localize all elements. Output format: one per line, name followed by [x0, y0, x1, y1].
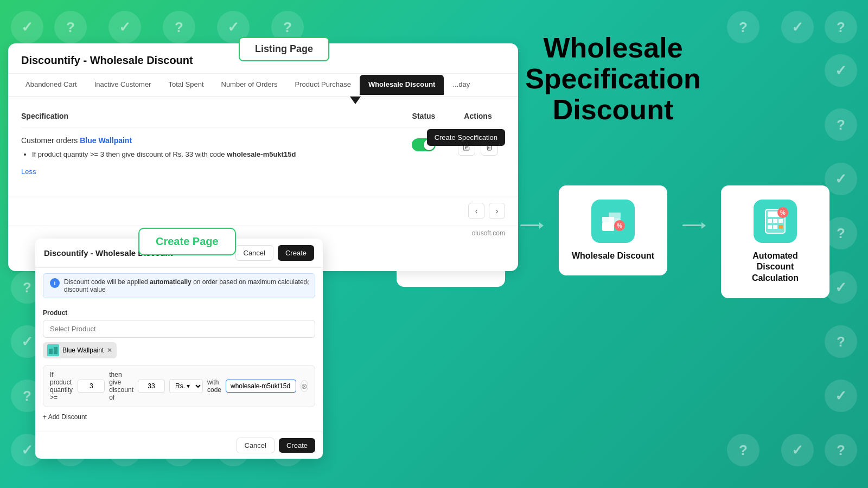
tag-remove-button[interactable]: ✕	[107, 346, 112, 354]
product-select-input[interactable]	[43, 320, 315, 338]
product-tag: Blue Wallpaint ✕	[43, 342, 117, 358]
dialog-header-cancel-button[interactable]: Cancel	[235, 245, 273, 261]
connector-arrow-2	[701, 222, 706, 229]
header-actions: Actions	[451, 112, 505, 120]
spec-list: If product quantity >= 3 then give disco…	[21, 149, 397, 160]
main-card: Discountify - Wholesale Discount Abandon…	[8, 43, 518, 271]
bg-icon-2: ?	[54, 11, 87, 43]
info-icon: i	[50, 278, 60, 288]
bg-icon-4: ?	[163, 11, 195, 43]
svg-rect-18	[768, 219, 772, 223]
svg-marker-0	[350, 97, 361, 104]
title-line1: Wholesale	[543, 32, 682, 63]
spec-list-item: If product quantity >= 3 then give disco…	[32, 149, 397, 160]
code-label: with code	[207, 378, 221, 394]
add-discount-link[interactable]: + Add Discount	[43, 413, 87, 421]
bg-icon-3: ✓	[108, 11, 141, 43]
svg-rect-2	[49, 349, 53, 354]
product-tag-label: Blue Wallpaint	[62, 346, 104, 354]
svg-rect-13	[609, 213, 621, 218]
main-title: Wholesale Specification Discount	[525, 16, 701, 126]
remove-row-button[interactable]: ⊗	[301, 380, 308, 392]
feature-auto: % Automated Discount Calculation	[721, 185, 829, 298]
feature-card-auto: % Automated Discount Calculation	[721, 185, 829, 298]
pagination-row: ‹ ›	[8, 196, 518, 226]
info-banner: i Discount code will be applied automati…	[43, 273, 315, 298]
table-headers: Specification Status Actions	[21, 107, 505, 127]
connector-arrow-1	[539, 222, 544, 229]
svg-text:%: %	[617, 222, 622, 229]
dialog-body: Product Blue Wallpaint ✕ If product quan…	[35, 304, 323, 432]
title-line2: Specification	[525, 63, 701, 94]
less-link[interactable]: Less	[21, 168, 36, 176]
tabs-row: Abandoned Cart Inactive Customer Total S…	[8, 74, 518, 97]
create-page-label: Create Page	[156, 235, 219, 247]
prev-page-button[interactable]: ‹	[468, 203, 484, 219]
connector-2	[682, 153, 706, 298]
create-specification-button[interactable]: Create Specification	[427, 129, 505, 146]
feature-wholesale: % Wholesale Discount	[559, 185, 667, 298]
wholesale-icon-box: %	[591, 200, 635, 243]
listing-page-label: Listing Page	[255, 43, 313, 54]
footer-create-button[interactable]: Create	[279, 438, 315, 453]
header-specification: Specification	[21, 112, 397, 120]
listing-page-badge: Listing Page	[239, 37, 329, 61]
svg-rect-23	[778, 225, 783, 229]
spec-title: Customer orders Blue Wallpaint	[21, 136, 397, 145]
svg-text:%: %	[780, 209, 786, 216]
svg-rect-20	[778, 219, 783, 223]
connector-1	[520, 153, 544, 298]
create-page-badge: Create Page	[138, 228, 236, 255]
info-text: Discount code will be applied automatica…	[64, 278, 308, 293]
feature-label-wholesale: Wholesale Discount	[572, 251, 654, 262]
title-line3: Discount	[553, 94, 673, 125]
info-close-button[interactable]: ✕	[304, 278, 310, 287]
dialog-header-create-button[interactable]: Create	[278, 245, 314, 261]
tab-inactive-customer[interactable]: Inactive Customer	[86, 74, 160, 96]
feature-card-wholesale: % Wholesale Discount	[559, 185, 667, 276]
wholesale-icon: %	[599, 207, 627, 235]
tab-total-spent[interactable]: Total Spent	[159, 74, 212, 96]
tab-bday[interactable]: ...day	[444, 74, 478, 96]
create-dialog: Discountify - Wholesale Discount Cancel …	[35, 239, 323, 459]
product-tag-icon	[47, 344, 59, 356]
svg-rect-22	[773, 225, 777, 229]
feature-label-auto: Automated Discount Calculation	[733, 251, 818, 284]
dialog-footer: Cancel Create	[35, 432, 323, 459]
product-field-label: Product	[43, 309, 315, 317]
qty-input[interactable]	[78, 380, 105, 393]
footer-cancel-button[interactable]: Cancel	[237, 438, 275, 453]
product-link[interactable]: Blue Wallpaint	[80, 136, 132, 145]
next-page-button[interactable]: ›	[489, 203, 505, 219]
svg-rect-19	[773, 219, 777, 223]
tab-arrow-icon	[350, 97, 361, 104]
spec-content: Customer orders Blue Wallpaint If produc…	[21, 136, 397, 176]
discount-value-input[interactable]	[138, 380, 165, 393]
auto-icon-box: %	[754, 200, 797, 243]
connector-line-2	[682, 224, 701, 226]
email-text: olusoft.com	[472, 229, 505, 237]
tab-number-of-orders[interactable]: Number of Orders	[213, 74, 286, 96]
discount-row: If product quantity >= then give discoun…	[43, 365, 315, 407]
qty-prefix-label: If product quantity >=	[50, 371, 73, 401]
auto-icon: %	[761, 207, 789, 235]
tab-product-purchase[interactable]: Product Purchase	[286, 74, 360, 96]
discount-code-input[interactable]	[226, 380, 296, 393]
tag-row: Blue Wallpaint ✕	[43, 342, 315, 358]
svg-rect-3	[54, 347, 58, 354]
dialog-header-actions: Cancel Create	[235, 245, 315, 261]
header-status: Status	[397, 112, 451, 120]
tab-wholesale-discount[interactable]: Wholesale Discount	[360, 75, 444, 95]
currency-select[interactable]: Rs. ▾ $ €	[169, 379, 203, 393]
bg-icon-1: ✓	[11, 11, 43, 43]
svg-rect-21	[768, 225, 772, 229]
tab-abandoned-cart[interactable]: Abandoned Cart	[17, 74, 86, 96]
connector-line-1	[520, 224, 539, 226]
table-area: Specification Status Actions Customer or…	[8, 97, 518, 196]
product-thumbnail	[47, 344, 59, 356]
middle-label: then give discount of	[109, 371, 133, 401]
